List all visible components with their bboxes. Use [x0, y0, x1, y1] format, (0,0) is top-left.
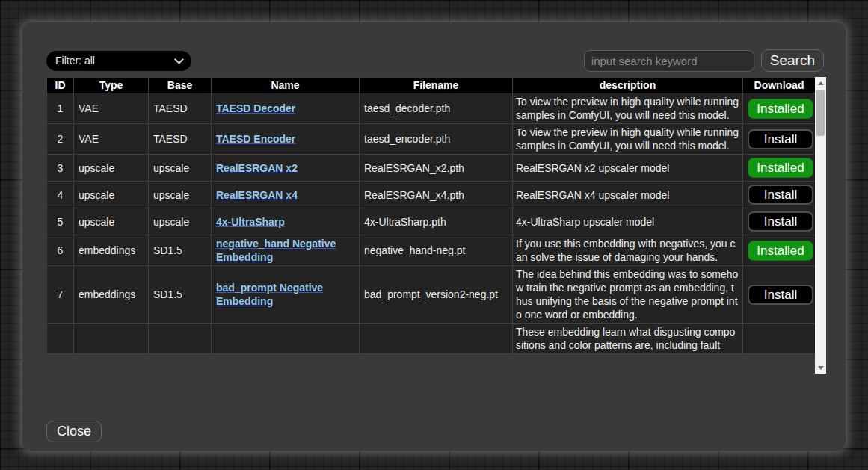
table-row: 7embeddingsSD1.5bad_prompt Negative Embe…	[47, 266, 816, 324]
cell-type: upscale	[74, 155, 149, 182]
scrollbar[interactable]	[815, 77, 826, 374]
scroll-up-arrow-icon[interactable]	[815, 78, 826, 88]
cell-filename: RealESRGAN_x4.pth	[360, 182, 513, 208]
cell-name: 4x-UltraSharp	[212, 208, 360, 235]
cell-download: Installed	[743, 155, 816, 182]
model-name-link-label: TAESD Encoder	[216, 133, 295, 145]
model-name-link-label: negative_hand Negative Embedding	[216, 238, 336, 263]
table-body: 1VAETAESDTAESD Decodertaesd_decoder.pthT…	[47, 93, 816, 354]
install-button[interactable]: Install	[748, 211, 813, 232]
model-name-link-label: RealESRGAN x4	[216, 189, 298, 201]
cell-base: upscale	[149, 208, 212, 235]
search-button[interactable]: Search	[761, 49, 824, 72]
cell-id	[47, 324, 74, 354]
cell-id: 5	[47, 208, 74, 235]
column-header: Base	[149, 78, 212, 93]
cell-base: upscale	[149, 182, 212, 208]
cell-filename: taesd_decoder.pth	[360, 93, 513, 124]
model-name-link-label: bad_prompt Negative Embedding	[216, 282, 323, 307]
column-header: ID	[47, 78, 74, 93]
column-header: description	[513, 78, 743, 93]
cell-description: These embedding learn what disgusting co…	[513, 324, 743, 354]
model-name-link-label: RealESRGAN x2	[216, 162, 298, 174]
close-button[interactable]: Close	[46, 421, 102, 442]
cell-download	[743, 324, 816, 354]
install-button[interactable]: Install	[748, 285, 813, 305]
installed-button[interactable]: Installed	[748, 99, 813, 119]
cell-download: Installed	[743, 93, 816, 124]
scrollbar-thumb[interactable]	[816, 90, 825, 136]
cell-description: The idea behind this embedding was to so…	[513, 266, 743, 324]
table-row: 2VAETAESDTAESD Encodertaesd_encoder.pthT…	[47, 124, 816, 155]
search-group: Search	[584, 49, 824, 72]
cell-name: bad_prompt Negative Embedding	[212, 266, 360, 324]
column-header: Name	[212, 78, 360, 93]
column-header: Filename	[360, 78, 513, 93]
cell-description: To view the preview in high quality whil…	[513, 93, 743, 124]
model-name-link-label: 4x-UltraSharp	[216, 216, 285, 228]
table-row: 1VAETAESDTAESD Decodertaesd_decoder.pthT…	[47, 93, 816, 124]
cell-name	[212, 324, 360, 354]
cell-download: Install	[743, 208, 816, 235]
cell-name: negative_hand Negative Embedding	[212, 235, 360, 266]
scroll-down-arrow-icon[interactable]	[815, 362, 826, 373]
cell-type: embeddings	[74, 235, 149, 266]
installed-button[interactable]: Installed	[748, 158, 813, 178]
model-name-link[interactable]: TAESD Decoder	[216, 102, 295, 114]
table-row: 5upscaleupscale4x-UltraSharp4x-UltraShar…	[47, 208, 816, 235]
toolbar: Filter: all Search	[46, 49, 824, 72]
cell-filename: bad_prompt_version2-neg.pt	[360, 266, 513, 324]
table-row: 3upscaleupscaleRealESRGAN x2RealESRGAN_x…	[47, 155, 816, 182]
cell-base	[149, 324, 212, 354]
cell-name: RealESRGAN x4	[212, 182, 360, 208]
cell-download: Installed	[743, 235, 816, 266]
cell-filename: 4x-UltraSharp.pth	[360, 208, 513, 235]
cell-download: Install	[743, 124, 816, 155]
table-row: 6embeddingsSD1.5negative_hand Negative E…	[47, 235, 816, 266]
model-name-link[interactable]: 4x-UltraSharp	[216, 216, 285, 228]
cell-download: Install	[743, 266, 816, 324]
cell-download: Install	[743, 182, 816, 208]
cell-id: 1	[47, 93, 74, 124]
chevron-down-icon	[174, 55, 184, 64]
cell-type: VAE	[74, 124, 149, 155]
table-row: 4upscaleupscaleRealESRGAN x4RealESRGAN_x…	[47, 182, 816, 208]
table-header-row: IDTypeBaseNameFilenamedescriptionDownloa…	[47, 78, 816, 93]
cell-description: RealESRGAN x2 upscaler model	[513, 155, 743, 182]
cell-name: TAESD Encoder	[212, 124, 360, 155]
model-name-link[interactable]: TAESD Encoder	[216, 133, 295, 145]
cell-description: 4x-UltraSharp upscaler model	[513, 208, 743, 235]
model-table: IDTypeBaseNameFilenamedescriptionDownloa…	[46, 77, 815, 354]
cell-type: embeddings	[74, 266, 149, 324]
cell-filename: RealESRGAN_x2.pth	[360, 155, 513, 182]
cell-id: 7	[47, 266, 74, 324]
cell-filename: taesd_encoder.pth	[360, 124, 513, 155]
install-button[interactable]: Install	[748, 129, 813, 149]
model-manager-dialog: Filter: all Search IDTypeBaseNameFilenam…	[22, 22, 846, 451]
cell-base: TAESD	[149, 93, 212, 124]
cell-type: upscale	[74, 208, 149, 235]
search-input[interactable]	[584, 50, 754, 72]
model-name-link-label: TAESD Decoder	[216, 102, 295, 114]
cell-name: TAESD Decoder	[212, 93, 360, 124]
cell-type	[74, 324, 149, 354]
model-name-link[interactable]: bad_prompt Negative Embedding	[216, 282, 323, 307]
cell-id: 6	[47, 235, 74, 266]
cell-id: 2	[47, 124, 74, 155]
cell-base: TAESD	[149, 124, 212, 155]
table-header-row: IDTypeBaseNameFilenamedescriptionDownloa…	[47, 78, 816, 93]
model-table-scroll-region: IDTypeBaseNameFilenamedescriptionDownloa…	[46, 77, 815, 374]
column-header: Download	[743, 78, 816, 93]
model-name-link[interactable]: negative_hand Negative Embedding	[216, 238, 336, 263]
cell-description: RealESRGAN x4 upscaler model	[513, 182, 743, 208]
cell-base: SD1.5	[149, 266, 212, 324]
cell-description: If you use this embedding with negatives…	[513, 235, 743, 266]
column-header: Type	[74, 78, 149, 93]
install-button[interactable]: Install	[748, 185, 813, 205]
model-name-link[interactable]: RealESRGAN x2	[216, 162, 298, 174]
cell-description: To view the preview in high quality whil…	[513, 124, 743, 155]
cell-id: 3	[47, 155, 74, 182]
model-name-link[interactable]: RealESRGAN x4	[216, 189, 298, 201]
filter-select[interactable]: Filter: all	[46, 51, 191, 71]
installed-button[interactable]: Installed	[748, 241, 813, 261]
